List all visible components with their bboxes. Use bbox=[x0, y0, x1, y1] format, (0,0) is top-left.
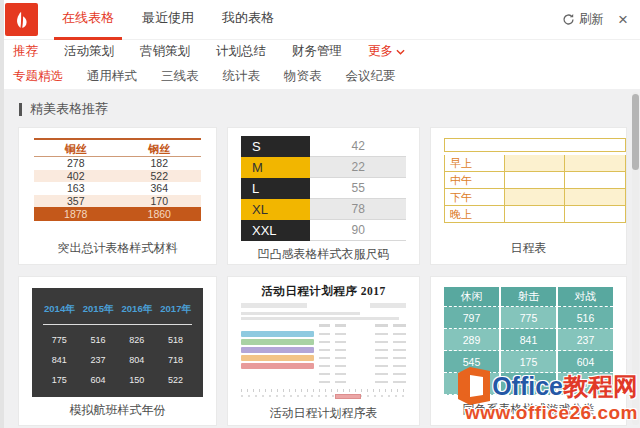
table-cell: 841 bbox=[501, 329, 558, 351]
template-card-totals-table[interactable]: 铜丝 钢丝 278 182 402 522 163 364 bbox=[18, 127, 217, 265]
year-header: 2015年 bbox=[79, 303, 118, 316]
template-card-schedule[interactable]: 早上 中午 下午 晚上 bbox=[430, 127, 627, 265]
category-event-planning[interactable]: 活动策划 bbox=[64, 43, 114, 60]
table-cell: 364 bbox=[118, 182, 202, 195]
table-cell: 884 bbox=[444, 373, 501, 395]
template-card-game-table[interactable]: 休闲 射击 对战 797 775 516 289 841 237 bbox=[430, 276, 627, 426]
gantt-row bbox=[241, 347, 406, 354]
table-row: 289 841 237 bbox=[444, 329, 613, 351]
size-table: S 42 M 22 L 55 XL 78 bbox=[241, 136, 406, 241]
table-header-row: 休闲 射击 对战 bbox=[444, 287, 613, 307]
table-cell: 1878 bbox=[34, 207, 118, 221]
category-marketing-planning[interactable]: 营销策划 bbox=[140, 43, 190, 60]
tab-online-sheets[interactable]: 在线表格 bbox=[54, 0, 122, 40]
table-cell: 522 bbox=[156, 375, 195, 385]
table-cell: 522 bbox=[118, 170, 202, 183]
table-cell bbox=[505, 155, 566, 171]
year-header: 2014年 bbox=[40, 303, 79, 316]
gantt-row bbox=[241, 363, 406, 370]
template-caption: 活动日程计划程序表 bbox=[228, 400, 419, 426]
template-caption: 同色系表格样式游戏分类 bbox=[431, 396, 626, 425]
table-row: XL 78 bbox=[241, 199, 406, 220]
refresh-button[interactable]: 刷新 bbox=[562, 11, 604, 28]
gantt-bar bbox=[241, 355, 314, 361]
table-cell: 237 bbox=[558, 329, 613, 351]
category-plan-summary[interactable]: 计划总结 bbox=[216, 43, 266, 60]
table-cell: 237 bbox=[79, 355, 118, 365]
filter-statistics-table[interactable]: 统计表 bbox=[223, 68, 261, 85]
size-label: M bbox=[241, 157, 310, 178]
years-panel: 2014年 2015年 2016年 2017年 775 516 826 518 … bbox=[32, 288, 203, 397]
table-cell: 357 bbox=[34, 195, 118, 208]
table-cell bbox=[565, 206, 626, 222]
game-table: 休闲 射击 对战 797 775 516 289 841 237 bbox=[444, 287, 613, 395]
table-cell bbox=[565, 172, 626, 188]
table-cell: 175 bbox=[40, 375, 79, 385]
category-recommended[interactable]: 推荐 bbox=[13, 43, 38, 60]
template-card-years-table[interactable]: 2014年 2015年 2016年 2017年 775 516 826 518 … bbox=[18, 276, 217, 426]
document-meta-line bbox=[241, 303, 406, 308]
gantt-bar bbox=[241, 339, 314, 345]
table-row: 晚上 bbox=[444, 206, 626, 223]
table-cell: 775 bbox=[40, 335, 79, 345]
gantt-row bbox=[241, 331, 406, 338]
filter-supplies-table[interactable]: 物资表 bbox=[284, 68, 322, 85]
table-cell: 289 bbox=[444, 329, 501, 351]
table-row: 797 775 516 bbox=[444, 307, 613, 329]
time-label: 中午 bbox=[445, 172, 505, 188]
size-label: S bbox=[241, 136, 310, 157]
template-card-gantt-schedule[interactable]: 活动日程计划程序 2017 bbox=[227, 276, 420, 426]
table-header: 对战 bbox=[558, 287, 613, 307]
filter-featured[interactable]: 专题精选 bbox=[13, 68, 63, 85]
size-value: 55 bbox=[310, 178, 406, 199]
table-row: 884 140 781 bbox=[444, 373, 613, 395]
gantt-row bbox=[241, 339, 406, 346]
table-cell bbox=[505, 172, 566, 188]
filter-general-style[interactable]: 通用样式 bbox=[87, 68, 137, 85]
table-cell: 516 bbox=[558, 307, 613, 329]
totals-table: 铜丝 钢丝 278 182 402 522 163 364 bbox=[34, 138, 201, 221]
year-header: 2016年 bbox=[118, 303, 157, 316]
table-header-row: 铜丝 钢丝 bbox=[34, 138, 201, 157]
table-body: 775 516 826 518 841 237 804 718 175 604 … bbox=[40, 325, 195, 385]
more-label: 更多 bbox=[368, 43, 393, 60]
gantt-bar-empty bbox=[241, 379, 314, 385]
category-more-dropdown[interactable]: 更多 bbox=[368, 43, 405, 60]
filter-bar: 专题精选 通用样式 三线表 统计表 物资表 会议纪要 bbox=[4, 63, 640, 89]
table-header: 钢丝 bbox=[118, 140, 202, 156]
table-cell bbox=[505, 189, 566, 205]
table-cell bbox=[505, 206, 566, 222]
year-header: 2017年 bbox=[156, 303, 195, 316]
table-cell: 826 bbox=[118, 335, 157, 345]
category-finance[interactable]: 财务管理 bbox=[292, 43, 342, 60]
table-row: XXL 90 bbox=[241, 220, 406, 241]
table-cell: 718 bbox=[156, 355, 195, 365]
vertical-scrollbar[interactable] bbox=[632, 92, 639, 425]
table-cell: 781 bbox=[558, 373, 613, 395]
text-placeholder-line bbox=[241, 312, 360, 315]
tab-recently-used[interactable]: 最近使用 bbox=[134, 0, 202, 40]
scrollbar-thumb[interactable] bbox=[632, 94, 639, 170]
table-cell: 516 bbox=[79, 335, 118, 345]
table-row: 163 364 bbox=[34, 182, 201, 195]
time-label: 下午 bbox=[445, 189, 505, 205]
gantt-row bbox=[241, 379, 406, 386]
filter-three-line-table[interactable]: 三线表 bbox=[161, 68, 199, 85]
size-value: 42 bbox=[310, 136, 406, 157]
close-button[interactable]: × bbox=[618, 11, 628, 28]
template-card-size-table[interactable]: S 42 M 22 L 55 XL 78 bbox=[227, 127, 420, 265]
gantt-row bbox=[241, 355, 406, 362]
docer-template-window: 在线表格 最近使用 我的表格 刷新 × 推荐 活动策划 营销策划 计划总结 财务… bbox=[0, 0, 640, 428]
document-title: 活动日程计划程序 2017 bbox=[241, 284, 406, 299]
table-cell: 604 bbox=[558, 351, 613, 373]
time-label: 早上 bbox=[445, 155, 505, 171]
gantt-document: 活动日程计划程序 2017 bbox=[241, 284, 406, 400]
table-cell: 775 bbox=[501, 307, 558, 329]
tab-my-sheets[interactable]: 我的表格 bbox=[214, 0, 282, 40]
table-row: 402 522 bbox=[34, 170, 201, 183]
gantt-row bbox=[241, 371, 406, 378]
filter-meeting-minutes[interactable]: 会议纪要 bbox=[346, 68, 396, 85]
table-cell: 841 bbox=[40, 355, 79, 365]
gantt-bar-empty bbox=[241, 371, 314, 377]
table-cell: 797 bbox=[444, 307, 501, 329]
